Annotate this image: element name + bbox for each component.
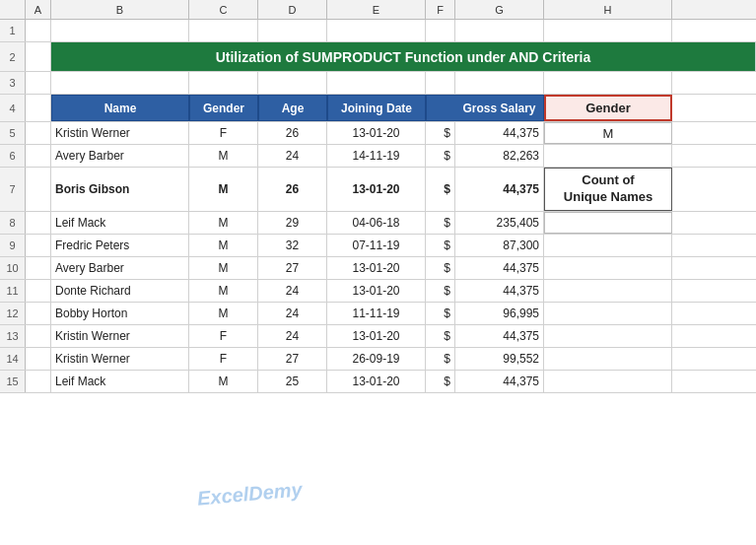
cell-g11[interactable]: 44,375 [455,280,544,302]
cell-a4[interactable] [26,95,51,121]
cell-c11[interactable]: M [189,280,258,302]
cell-b15[interactable]: Leif Mack [51,371,189,392]
cell-f8[interactable]: $ [426,212,455,234]
cell-a12[interactable] [26,303,51,324]
cell-c15[interactable]: M [189,371,258,392]
cell-c13[interactable]: F [189,325,258,347]
cell-g1[interactable] [455,20,544,41]
cell-d1[interactable] [258,20,327,41]
cell-h10[interactable] [544,257,672,279]
cell-h12[interactable] [544,303,672,324]
cell-a11[interactable] [26,280,51,302]
cell-e5[interactable]: 13-01-20 [327,122,426,144]
cell-f1[interactable] [426,20,455,41]
cell-a14[interactable] [26,348,51,370]
cell-b1[interactable] [51,20,189,41]
cell-d10[interactable]: 27 [258,257,327,279]
cell-a15[interactable] [26,371,51,392]
cell-e13[interactable]: 13-01-20 [327,325,426,347]
cell-f11[interactable]: $ [426,280,455,302]
cell-d14[interactable]: 27 [258,348,327,370]
cell-g5[interactable]: 44,375 [455,122,544,144]
cell-e6[interactable]: 14-11-19 [327,145,426,167]
cell-e11[interactable]: 13-01-20 [327,280,426,302]
cell-e15[interactable]: 13-01-20 [327,371,426,392]
cell-f10[interactable]: $ [426,257,455,279]
cell-a1[interactable] [26,20,51,41]
cell-h6[interactable] [544,145,672,167]
cell-a13[interactable] [26,325,51,347]
cell-f14[interactable]: $ [426,348,455,370]
cell-h14[interactable] [544,348,672,370]
cell-f13[interactable]: $ [426,325,455,347]
cell-a5[interactable] [26,122,51,144]
cell-e14[interactable]: 26-09-19 [327,348,426,370]
cell-d12[interactable]: 24 [258,303,327,324]
cell-b6[interactable]: Avery Barber [51,145,189,167]
cell-c14[interactable]: F [189,348,258,370]
cell-f3[interactable] [426,72,455,94]
cell-b12[interactable]: Bobby Horton [51,303,189,324]
cell-h11[interactable] [544,280,672,302]
cell-f5[interactable]: $ [426,122,455,144]
cell-a10[interactable] [26,257,51,279]
cell-d6[interactable]: 24 [258,145,327,167]
cell-g8[interactable]: 235,405 [455,212,544,234]
cell-a7[interactable] [26,168,51,211]
cell-a6[interactable] [26,145,51,167]
cell-c12[interactable]: M [189,303,258,324]
cell-f15[interactable]: $ [426,371,455,392]
cell-e7[interactable]: 13-01-20 [327,168,426,211]
cell-d13[interactable]: 24 [258,325,327,347]
cell-a9[interactable] [26,235,51,256]
cell-e9[interactable]: 07-11-19 [327,235,426,256]
cell-g7[interactable]: 44,375 [455,168,544,211]
cell-d8[interactable]: 29 [258,212,327,234]
cell-g12[interactable]: 96,995 [455,303,544,324]
cell-b11[interactable]: Donte Richard [51,280,189,302]
cell-e8[interactable]: 04-06-18 [327,212,426,234]
cell-h3[interactable] [544,72,672,94]
cell-e10[interactable]: 13-01-20 [327,257,426,279]
cell-f12[interactable]: $ [426,303,455,324]
cell-d15[interactable]: 25 [258,371,327,392]
cell-h13[interactable] [544,325,672,347]
sidebar-unique-value[interactable] [544,212,672,234]
cell-g10[interactable]: 44,375 [455,257,544,279]
cell-a2[interactable] [26,42,51,71]
cell-c3[interactable] [189,72,258,94]
cell-g3[interactable] [455,72,544,94]
cell-d11[interactable]: 24 [258,280,327,302]
cell-b13[interactable]: Kristin Werner [51,325,189,347]
cell-d3[interactable] [258,72,327,94]
cell-f9[interactable]: $ [426,235,455,256]
cell-g6[interactable]: 82,263 [455,145,544,167]
cell-a8[interactable] [26,212,51,234]
sidebar-gender-value[interactable]: M [544,122,672,144]
cell-d9[interactable]: 32 [258,235,327,256]
cell-h15[interactable] [544,371,672,392]
cell-f6[interactable]: $ [426,145,455,167]
cell-a3[interactable] [26,72,51,94]
cell-g9[interactable]: 87,300 [455,235,544,256]
cell-e12[interactable]: 11-11-19 [327,303,426,324]
cell-g15[interactable]: 44,375 [455,371,544,392]
cell-c10[interactable]: M [189,257,258,279]
cell-h1[interactable] [544,20,672,41]
cell-f7[interactable]: $ [426,168,455,211]
cell-h9[interactable] [544,235,672,256]
cell-e3[interactable] [327,72,426,94]
cell-b9[interactable]: Fredric Peters [51,235,189,256]
cell-b7[interactable]: Boris Gibson [51,168,189,211]
cell-d5[interactable]: 26 [258,122,327,144]
cell-e1[interactable] [327,20,426,41]
cell-g13[interactable]: 44,375 [455,325,544,347]
cell-b14[interactable]: Kristin Werner [51,348,189,370]
cell-d7[interactable]: 26 [258,168,327,211]
cell-c5[interactable]: F [189,122,258,144]
cell-c6[interactable]: M [189,145,258,167]
cell-c7[interactable]: M [189,168,258,211]
cell-b8[interactable]: Leif Mack [51,212,189,234]
cell-b5[interactable]: Kristin Werner [51,122,189,144]
cell-c8[interactable]: M [189,212,258,234]
